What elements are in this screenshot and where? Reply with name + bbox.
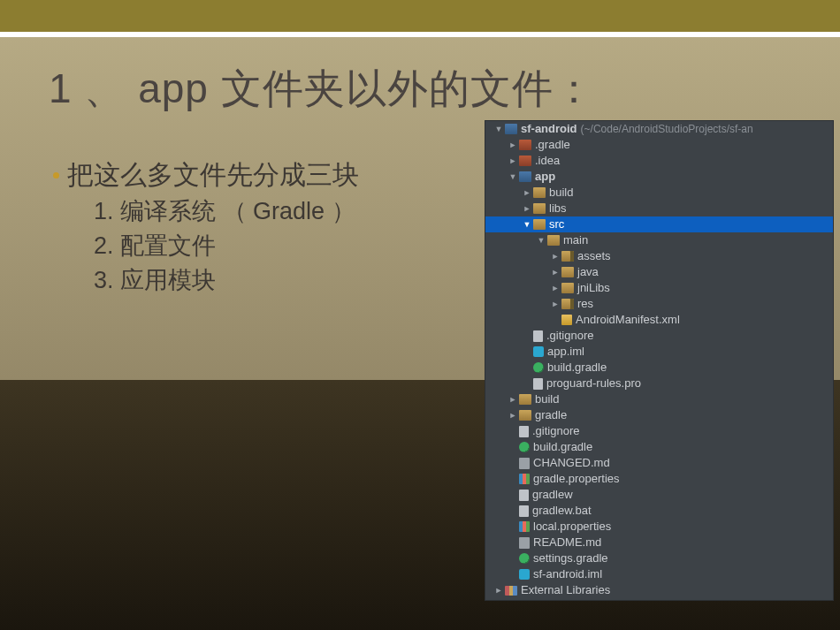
- folder-icon: [519, 410, 531, 421]
- tree-label: java: [577, 264, 599, 280]
- folder-icon: [519, 171, 531, 182]
- tree-meta: (~/Code/AndroidStudioProjects/sf-an: [581, 121, 753, 137]
- folder-icon: [519, 394, 531, 405]
- tree-row[interactable]: ▼main: [485, 232, 833, 248]
- tree-row[interactable]: sf-android.iml: [485, 566, 833, 582]
- project-tree-panel: ▼sf-android(~/Code/AndroidStudioProjects…: [485, 120, 834, 601]
- list-item: 1. 编译系统 （ Gradle ）: [94, 194, 355, 229]
- file-icon: [519, 505, 529, 517]
- file-icon: [519, 426, 529, 437]
- folder-icon: [561, 267, 574, 277]
- tree-row[interactable]: app.iml: [485, 344, 833, 360]
- tree-row[interactable]: ►libs: [485, 201, 833, 216]
- tree-label: README.md: [533, 535, 601, 550]
- chevron-right-icon[interactable]: ►: [523, 201, 531, 216]
- tree-row[interactable]: ►gradle: [485, 407, 833, 423]
- tree-row[interactable]: ▼app: [485, 169, 833, 185]
- tree-row[interactable]: ►build: [485, 185, 833, 201]
- tree-row[interactable]: ►.idea: [485, 153, 833, 169]
- chevron-right-icon[interactable]: ►: [551, 280, 560, 296]
- tree-label: src: [549, 216, 564, 232]
- tree-row[interactable]: README.md: [485, 535, 833, 550]
- tree-row[interactable]: ►java: [485, 264, 833, 280]
- iml-icon: [533, 346, 544, 357]
- tree-row[interactable]: AndroidManifest.xml: [485, 312, 833, 328]
- numbered-list: 1. 编译系统 （ Gradle ） 2. 配置文件 3. 应用模块: [94, 194, 355, 298]
- chevron-right-icon[interactable]: ►: [494, 582, 503, 598]
- markdown-icon: [519, 537, 530, 549]
- folder-icon: [505, 124, 517, 134]
- tree-row[interactable]: build.gradle: [485, 439, 833, 455]
- list-item: 3. 应用模块: [94, 263, 355, 298]
- chevron-right-icon[interactable]: ►: [551, 296, 560, 312]
- slide: 1 、 app 文件夹以外的文件： 把这么多文件先分成三块 1. 编译系统 （ …: [0, 0, 840, 630]
- tree-label: gradlew: [532, 487, 573, 503]
- list-item: 2. 配置文件: [94, 229, 355, 263]
- tree-label: proguard-rules.pro: [546, 376, 641, 391]
- gradle-icon: [519, 442, 530, 452]
- chevron-down-icon[interactable]: ▼: [494, 121, 503, 137]
- bullet-icon: [53, 172, 59, 178]
- tree-row[interactable]: ►External Libraries: [485, 582, 833, 598]
- tree-label: AndroidManifest.xml: [576, 312, 680, 328]
- slide-title: 1 、 app 文件夹以外的文件：: [49, 62, 595, 117]
- tree-row[interactable]: .gitignore: [485, 423, 833, 439]
- chevron-right-icon[interactable]: ►: [508, 137, 517, 153]
- tree-label: .gitignore: [546, 328, 593, 344]
- tree-row[interactable]: proguard-rules.pro: [485, 376, 833, 391]
- iml-icon: [519, 569, 530, 580]
- folder-icon: [533, 187, 546, 198]
- tree-label: main: [563, 232, 588, 248]
- tree-row[interactable]: ▼sf-android(~/Code/AndroidStudioProjects…: [485, 121, 833, 137]
- tree-label: .idea: [535, 153, 560, 169]
- tree-row[interactable]: ►jniLibs: [485, 280, 833, 296]
- tree-row[interactable]: gradlew: [485, 487, 833, 503]
- folder-icon: [561, 299, 574, 309]
- library-icon: [505, 586, 517, 596]
- tree-label: External Libraries: [521, 582, 610, 598]
- tree-label: sf-android: [521, 121, 577, 137]
- xml-file-icon: [561, 315, 572, 325]
- chevron-right-icon[interactable]: ►: [508, 391, 517, 407]
- chevron-down-icon[interactable]: ▼: [523, 216, 531, 232]
- tree-label: build.gradle: [547, 360, 607, 376]
- gradle-icon: [519, 553, 530, 564]
- tree-label: jniLibs: [577, 280, 610, 296]
- tree-row[interactable]: ►build: [485, 391, 833, 407]
- folder-icon: [533, 203, 546, 214]
- tree-label: CHANGED.md: [533, 455, 610, 471]
- chevron-down-icon[interactable]: ▼: [508, 169, 517, 185]
- properties-icon: [519, 474, 530, 484]
- tree-row[interactable]: gradle.properties: [485, 471, 833, 487]
- folder-icon: [547, 235, 560, 246]
- tree-label: build: [549, 185, 573, 201]
- tree-row[interactable]: ►assets: [485, 248, 833, 264]
- tree-row[interactable]: CHANGED.md: [485, 455, 833, 471]
- tree-row[interactable]: .gitignore: [485, 328, 833, 344]
- chevron-right-icon[interactable]: ►: [508, 407, 517, 423]
- tree-label: settings.gradle: [533, 550, 608, 566]
- tree-label: .gitignore: [532, 423, 579, 439]
- chevron-right-icon[interactable]: ►: [508, 153, 517, 169]
- tree-label: app: [535, 169, 555, 185]
- chevron-right-icon[interactable]: ►: [551, 264, 560, 280]
- tree-row[interactable]: gradlew.bat: [485, 503, 833, 519]
- tree-row[interactable]: settings.gradle: [485, 550, 833, 566]
- chevron-right-icon[interactable]: ►: [551, 248, 560, 264]
- tree-row[interactable]: build.gradle: [485, 360, 833, 376]
- tree-label: res: [577, 296, 593, 312]
- tree-label: .gradle: [535, 137, 570, 153]
- bullet-text: 把这么多文件先分成三块: [67, 157, 359, 194]
- tree-row[interactable]: ►res: [485, 296, 833, 312]
- tree-label: gradle: [535, 407, 567, 423]
- tree-row[interactable]: ▼src: [485, 216, 833, 232]
- chevron-down-icon[interactable]: ▼: [537, 232, 546, 248]
- tree-row[interactable]: ►.gradle: [485, 137, 833, 153]
- tree-label: gradlew.bat: [532, 503, 592, 519]
- chevron-right-icon[interactable]: ►: [523, 185, 531, 201]
- tree-label: app.iml: [547, 344, 584, 360]
- tree-row[interactable]: local.properties: [485, 519, 833, 535]
- tree-label: libs: [549, 201, 567, 216]
- tree-label: gradle.properties: [533, 471, 620, 487]
- properties-icon: [519, 521, 530, 532]
